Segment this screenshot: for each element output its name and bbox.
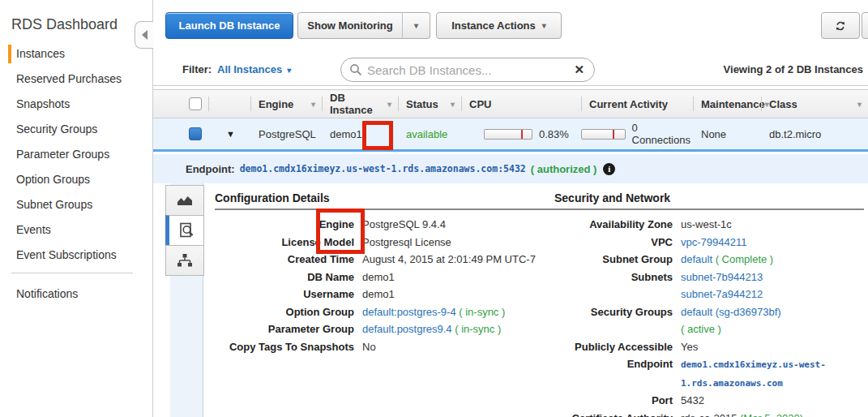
column-header-maintenance[interactable]: Maintenance ▾ — [693, 90, 761, 118]
instance-details-panel: Configuration Details Engine PostgreSQL … — [153, 183, 868, 417]
chart-icon — [177, 195, 193, 206]
launch-db-instance-button[interactable]: Launch DB Instance — [165, 12, 293, 39]
show-monitoring-button[interactable]: Show Monitoring — [297, 12, 403, 39]
option-group-link[interactable]: default:postgres-9-4 — [362, 306, 456, 318]
detail-row-copy-tags: Copy Tags To Snapshots No — [215, 338, 555, 356]
instance-actions-button[interactable]: Instance Actions ▾ — [436, 12, 562, 39]
activity-meter — [581, 129, 626, 140]
filter-label: Filter: — [182, 63, 212, 75]
select-all-column — [169, 90, 208, 118]
subnet-link-2[interactable]: subnet-7a944212 — [681, 286, 851, 303]
sidebar-divider — [11, 273, 133, 273]
chevron-down-icon: ▾ — [542, 21, 546, 30]
tab-topology[interactable] — [165, 245, 204, 276]
column-header-db-instance[interactable]: DB Instance ▾ — [322, 90, 398, 118]
annotation-box-expand-arrow — [362, 121, 393, 150]
row-select-cell — [169, 118, 208, 149]
sidebar-item-instances[interactable]: Instances — [0, 41, 152, 67]
annotation-box-details-tab — [316, 208, 365, 254]
vpc-link[interactable]: vpc-79944211 — [681, 236, 746, 248]
detail-row-username: Username demo1 — [215, 286, 555, 303]
endpoint-label: Endpoint: — [186, 163, 235, 175]
column-header-class[interactable]: Class ▾ — [761, 90, 868, 118]
settings-button-partial[interactable]: ▾ — [862, 12, 868, 39]
info-icon[interactable]: i — [603, 163, 615, 175]
detail-row-port: Port 5432 — [554, 392, 864, 410]
select-all-checkbox[interactable] — [189, 97, 202, 110]
sidebar-item-events[interactable]: Events — [0, 217, 152, 243]
table-header-row: Engine ▾ DB Instance ▾ Status ▾ CPU Curr… — [153, 89, 868, 118]
sidebar-item-notifications[interactable]: Notifications — [0, 282, 152, 307]
endpoint-status: ( authorized ) — [531, 163, 597, 175]
tab-details[interactable] — [165, 215, 204, 246]
sidebar-item-security-groups[interactable]: Security Groups — [0, 117, 152, 142]
chevron-down-icon: ▾ — [287, 66, 291, 75]
sidebar-item-reserved-purchases[interactable]: Reserved Purchases — [0, 67, 152, 92]
subnet-link-1[interactable]: subnet-7b944213 — [681, 269, 851, 286]
subnet-group-link[interactable]: default — [681, 253, 712, 265]
viewing-count: Viewing 2 of 2 DB Instances — [724, 63, 863, 75]
sidebar-item-option-groups[interactable]: Option Groups — [0, 167, 152, 192]
search-icon — [349, 63, 362, 76]
row-expand-cell: ▼ — [208, 118, 250, 149]
sort-caret-icon: ▾ — [857, 100, 862, 109]
column-header-status[interactable]: Status ▾ — [398, 90, 461, 118]
refresh-button[interactable] — [821, 12, 860, 39]
clear-search-icon[interactable]: ✕ — [572, 62, 586, 77]
cpu-meter — [484, 129, 532, 140]
activity-meter-tick — [613, 130, 614, 139]
security-group-link[interactable]: default (sg-d36973bf) — [681, 303, 851, 321]
search-box[interactable]: ✕ — [340, 58, 595, 82]
expand-column-header — [208, 90, 250, 118]
sidebar-title: RDS Dashboard — [0, 0, 152, 33]
detail-row-subnets: Subnets subnet-7b944213 subnet-7a944212 — [554, 269, 864, 303]
details-tabs — [165, 186, 204, 276]
detail-row-vpc: VPC vpc-79944211 — [554, 234, 864, 251]
endpoint-value: demo1.cmdx16ximeyz.us-west-1.rds.amazona… — [681, 359, 826, 389]
search-input[interactable] — [367, 63, 572, 77]
expand-row-icon[interactable]: ▼ — [226, 129, 235, 139]
sort-caret-icon: ▾ — [311, 100, 315, 109]
security-network-section: Security and Network Availability Zone u… — [554, 191, 864, 417]
tree-icon — [177, 254, 193, 267]
detail-row-security-groups: Security Groups default (sg-d36973bf) ( … — [554, 303, 864, 338]
detail-row-publicly-accessible: Publicly Accessible Yes — [554, 338, 864, 356]
table-row-demo1[interactable]: ▼ PostgreSQL demo1 available 0.83% 0 Con… — [153, 118, 868, 152]
column-header-engine[interactable]: Engine ▾ — [250, 90, 322, 118]
row-checkbox[interactable] — [189, 127, 202, 140]
sidebar-item-subnet-groups[interactable]: Subnet Groups — [0, 192, 152, 217]
endpoint-strip: Endpoint: demo1.cmdx16ximeyz.us-west-1.r… — [153, 154, 868, 183]
configuration-details-title: Configuration Details — [215, 191, 555, 210]
sidebar: RDS Dashboard Instances Reserved Purchas… — [0, 0, 152, 417]
sidebar-item-snapshots[interactable]: Snapshots — [0, 92, 152, 117]
column-header-current-activity[interactable]: Current Activity — [581, 90, 693, 118]
parameter-group-link[interactable]: default.postgres9.4 — [362, 323, 452, 335]
sidebar-nav-secondary: Notifications — [0, 282, 152, 307]
detail-row-option-group: Option Group default:postgres-9-4 ( in-s… — [215, 303, 555, 321]
detail-row-parameter-group: Parameter Group default.postgres9.4 ( in… — [215, 320, 555, 338]
detail-row-subnet-group: Subnet Group default ( Complete ) — [554, 251, 864, 269]
sidebar-nav: Instances Reserved Purchases Snapshots S… — [0, 41, 152, 268]
detail-row-endpoint: Endpoint demo1.cmdx16ximeyz.us-west-1.rd… — [554, 355, 864, 392]
toolbar: Launch DB Instance Show Monitoring ▾ Ins… — [153, 0, 868, 54]
sidebar-collapse-button[interactable] — [135, 21, 153, 49]
tab-monitoring[interactable] — [165, 185, 204, 216]
filter-dropdown[interactable]: All Instances▾ — [217, 63, 291, 75]
detail-row-license: License Model Postgresql License — [215, 234, 555, 251]
cell-status: available — [398, 118, 461, 149]
collapse-left-icon — [142, 30, 148, 40]
security-network-title: Security and Network — [554, 191, 864, 210]
main-panel: Launch DB Instance Show Monitoring ▾ Ins… — [153, 0, 868, 417]
cell-class: db.t2.micro — [761, 118, 868, 149]
sidebar-item-parameter-groups[interactable]: Parameter Groups — [0, 142, 152, 167]
column-header-cpu[interactable]: CPU — [461, 90, 581, 118]
detail-row-engine: Engine PostgreSQL 9.4.4 — [215, 216, 555, 234]
sort-caret-icon: ▾ — [387, 100, 391, 109]
cell-current-activity: 0 Connections — [581, 118, 693, 149]
configuration-details-section: Configuration Details Engine PostgreSQL … — [215, 191, 555, 355]
detail-row-db-name: DB Name demo1 — [215, 269, 555, 286]
show-monitoring-dropdown-button[interactable]: ▾ — [402, 12, 430, 39]
filter-bar: Filter: All Instances▾ ✕ Viewing 2 of 2 … — [153, 54, 868, 86]
cpu-meter-tick — [521, 130, 523, 139]
sidebar-item-event-subscriptions[interactable]: Event Subscriptions — [0, 243, 152, 268]
